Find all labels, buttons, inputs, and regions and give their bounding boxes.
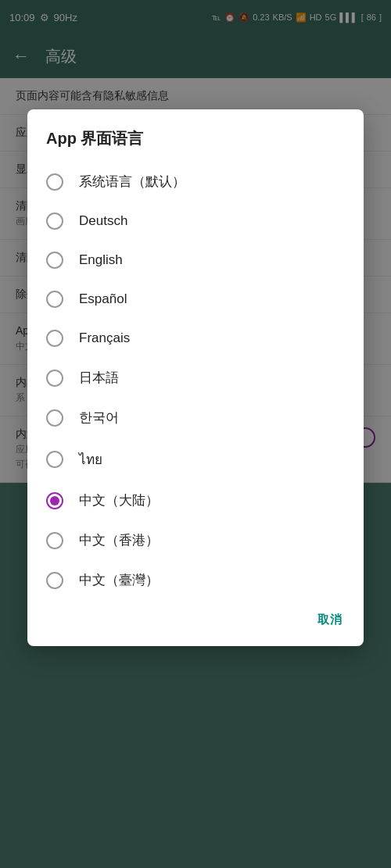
dialog-title: App 界面语言 (27, 109, 364, 162)
option-label-espanol: Español (79, 291, 127, 307)
language-option-chinese-hk[interactable]: 中文（香港） (27, 520, 364, 560)
language-option-korean[interactable]: 한국어 (27, 398, 364, 438)
radio-english (46, 252, 63, 269)
language-option-espanol[interactable]: Español (27, 280, 364, 319)
option-label-english: English (79, 252, 123, 268)
dialog-actions: 取消 (27, 600, 364, 640)
option-label-chinese-hk: 中文（香港） (79, 531, 159, 549)
language-option-chinese-tw[interactable]: 中文（臺灣） (27, 560, 364, 600)
language-option-japanese[interactable]: 日本語 (27, 358, 364, 398)
language-option-system[interactable]: 系统语言（默认） (27, 162, 364, 202)
option-label-japanese: 日本語 (79, 369, 119, 387)
option-label-deutsch: Deutsch (79, 213, 127, 229)
radio-deutsch (46, 213, 63, 230)
language-option-thai[interactable]: ไทย (27, 438, 364, 480)
radio-chinese-tw (46, 572, 63, 589)
language-option-francais[interactable]: Français (27, 319, 364, 358)
radio-korean (46, 409, 63, 427)
language-option-deutsch[interactable]: Deutsch (27, 202, 364, 241)
radio-inner-chinese-mainland (50, 496, 59, 505)
language-options-list: 系统语言（默认）DeutschEnglishEspañolFrançais日本語… (27, 162, 364, 600)
cancel-button[interactable]: 取消 (308, 606, 351, 634)
language-dialog: App 界面语言 系统语言（默认）DeutschEnglishEspañolFr… (27, 109, 364, 646)
radio-espanol (46, 291, 63, 308)
option-label-chinese-tw: 中文（臺灣） (79, 571, 159, 589)
option-label-chinese-mainland: 中文（大陆） (79, 491, 159, 509)
language-option-chinese-mainland[interactable]: 中文（大陆） (27, 480, 364, 520)
radio-francais (46, 330, 63, 347)
option-label-francais: Français (79, 330, 130, 346)
option-label-system: 系统语言（默认） (79, 173, 185, 191)
radio-system (46, 173, 63, 191)
radio-thai (46, 451, 63, 468)
language-option-english[interactable]: English (27, 241, 364, 280)
option-label-korean: 한국어 (79, 409, 119, 427)
radio-chinese-mainland (46, 492, 63, 509)
option-label-thai: ไทย (79, 448, 102, 470)
radio-chinese-hk (46, 532, 63, 549)
radio-japanese (46, 370, 63, 387)
